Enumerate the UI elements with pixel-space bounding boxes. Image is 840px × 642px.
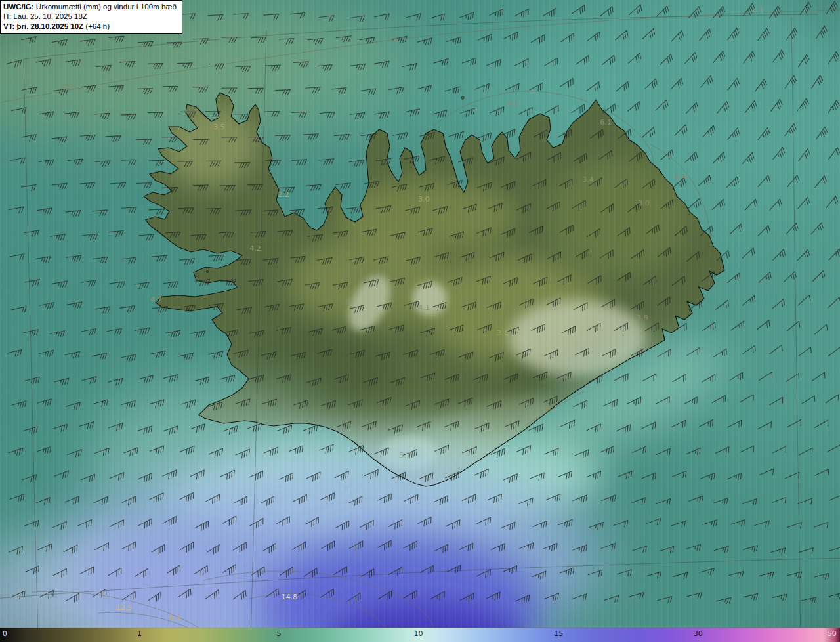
product-title: UWC/IG: Úrkomumætti (mm) og vindur í 100… — [3, 2, 177, 12]
colorbar-tick: 10 — [413, 630, 423, 638]
valid-time-main: VT: þri. 28.10.2025 10Z — [3, 22, 83, 30]
colorbar-tick: 1 — [137, 630, 142, 638]
colorbar-ticks: 01510153050 — [0, 628, 840, 642]
product-code: UWC/IG: — [3, 3, 34, 11]
colorbar: 01510153050 — [0, 628, 840, 642]
map-title-box: UWC/IG: Úrkomumætti (mm) og vindur í 100… — [0, 0, 182, 34]
vignette — [0, 0, 840, 642]
valid-time: VT: þri. 28.10.2025 10Z (+64 h) — [3, 22, 177, 32]
colorbar-tick: 5 — [276, 630, 281, 638]
colorbar-tick: 15 — [554, 630, 563, 638]
valid-time-offset: (+64 h) — [83, 22, 110, 30]
colorbar-tick: 30 — [694, 630, 703, 638]
colorbar-tick: 0 — [3, 630, 7, 638]
product-desc: Úrkomumætti (mm) og vindur í 100m hæð — [34, 3, 177, 11]
init-time: IT: Lau. 25. 10. 2025 18Z — [3, 12, 177, 22]
colorbar-tick: 50 — [828, 630, 837, 638]
map-canvas — [0, 0, 840, 642]
weather-map: 4.13.83.86.56.13.56.43.43.03.02.24.24.74… — [0, 0, 840, 642]
